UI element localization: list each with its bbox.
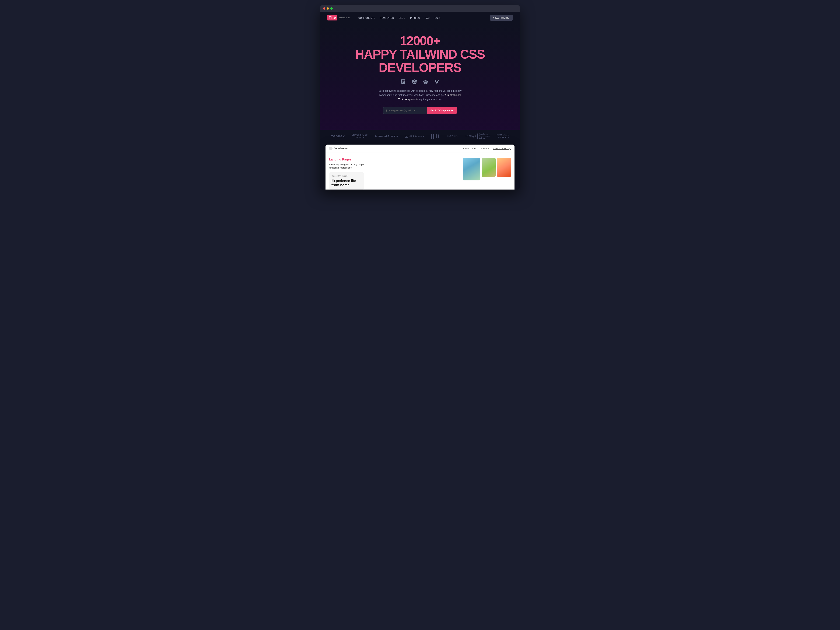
logo-subtitle: Tailwind UI kit [339,17,349,19]
preview-nav-links: Home About Products Join the club today! [463,147,511,150]
tech-icons [327,78,513,85]
angular-icon [411,78,418,85]
preview-left: Landing Pages Beautifully designed landi… [329,158,459,189]
preview-card-title: Experience life from home [332,179,362,187]
logo-inetum: inetum. [447,134,459,138]
preview-section: OvonRueden Home About Products Join the … [325,145,515,189]
traffic-light-maximize[interactable] [330,7,333,9]
preview-logo-dot [329,147,333,150]
hero-count: 12000+ [327,35,513,47]
preview-tag: Landing Pages [329,158,459,161]
preview-nav-home[interactable]: Home [463,147,469,150]
get-components-button[interactable]: Get 117 Components [427,107,457,114]
nav-links: COMPONENTS TEMPLATES BLOG PRICING FAQ Lo… [358,16,441,19]
vue-icon [433,78,440,85]
preview-image-3 [497,158,511,177]
react-icon [422,78,429,85]
traffic-light-minimize[interactable] [327,7,329,9]
view-pricing-button[interactable]: VIEW PRICING [490,15,513,21]
logo-mark: TUik [327,15,337,21]
logo-kent: KENT STATEUNIVERSITY [496,134,509,139]
logo-clickfunnels: ⊠ click funnels [405,135,424,137]
logo-jj: Johnson&Johnson [375,134,398,138]
preview-image-1 [463,158,480,180]
html5-icon [400,78,407,85]
nav-faq[interactable]: FAQ [425,17,429,19]
preview-nav: OvonRueden Home About Products Join the … [325,145,515,152]
preview-nav-products[interactable]: Products [481,147,489,150]
nav-pricing[interactable]: PRICING [410,17,420,19]
site-content: TUik Tailwind UI kit COMPONENTS TEMPLATE… [320,12,520,189]
email-input[interactable] [383,107,427,114]
logo[interactable]: TUik Tailwind UI kit [327,15,350,21]
hero-description: Build captivating experiences with acces… [378,89,462,101]
browser-chrome [320,5,520,12]
logo-georgia: UNIVERSITY OFGEORGIA [352,134,368,139]
preview-image-2 [482,158,496,177]
preview-card-header: Checkout Updates ⓘ [332,175,362,177]
preview-images [463,158,511,189]
logos-bar: Yandex UNIVERSITY OFGEORGIA Johnson&John… [320,129,520,145]
nav-components[interactable]: COMPONENTS [358,17,375,19]
nav-right: VIEW PRICING [490,15,513,21]
preview-site-name: OvonRueden [334,147,348,150]
logo-yandex: Yandex [331,134,345,139]
preview-content: Landing Pages Beautifully designed landi… [325,152,515,189]
hero-section: 12000+ HAPPY TAILWIND CSS DEVELOPERS [320,24,520,129]
preview-nav-about[interactable]: About [472,147,478,150]
nav-templates[interactable]: TEMPLATES [380,17,394,19]
nav-blog[interactable]: BLOG [399,17,405,19]
email-form: Get 117 Components [383,107,457,114]
preview-subtitle: Beautifully designed landing pagesfor la… [329,163,459,170]
hero-title: HAPPY TAILWIND CSS DEVELOPERS [327,48,513,74]
logo-mit: |||it [431,133,440,139]
preview-card-inner: Checkout Updates ⓘ Experience life from … [329,172,364,189]
nav-login[interactable]: Login [434,17,440,19]
traffic-light-close[interactable] [323,7,325,9]
preview-nav-join[interactable]: Join the club today! [493,147,511,150]
logo-rimsys: Rimsys RegulatoryManagementSoftware [466,133,489,139]
navbar: TUik Tailwind UI kit COMPONENTS TEMPLATE… [320,12,520,24]
